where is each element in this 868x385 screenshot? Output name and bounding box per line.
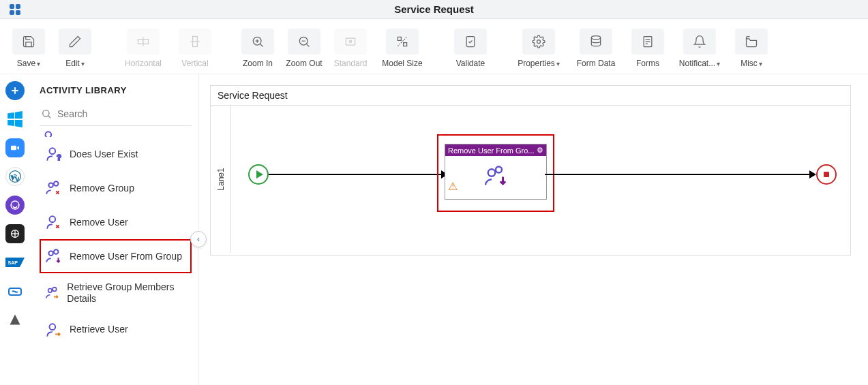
model-size-icon (386, 29, 419, 55)
save-button[interactable]: Save▾ (7, 25, 50, 68)
search-input[interactable] (57, 108, 190, 119)
svg-point-46 (50, 324, 56, 330)
vertical-label: Vertical (181, 59, 208, 68)
activity-item-remove-user[interactable]: Remove User (40, 205, 192, 239)
chevron-down-icon: ▾ (81, 60, 85, 67)
svg-point-44 (48, 288, 53, 292)
activity-label: Retrieve User (70, 324, 128, 335)
svg-point-37 (50, 148, 56, 154)
flow-connector (269, 174, 443, 175)
svg-rect-3 (16, 10, 20, 15)
start-node[interactable] (248, 164, 269, 185)
arrow-icon (809, 170, 816, 179)
app-logo-icon[interactable] (0, 4, 30, 15)
horizontal-icon (127, 29, 160, 55)
svg-line-35 (48, 116, 50, 118)
model-size-button[interactable]: Model Size (375, 25, 430, 68)
add-button[interactable] (5, 81, 25, 100)
misc-label: Misc (740, 59, 758, 68)
group-x-icon (45, 179, 63, 197)
horizontal-label: Horizontal (125, 59, 162, 68)
activity-label: Does User Exist (70, 149, 138, 160)
user-question-icon: ? (45, 145, 63, 163)
edit-button[interactable]: Edit▾ (53, 25, 97, 68)
support-icon[interactable] (5, 196, 25, 215)
zoom-out-icon (288, 29, 320, 55)
canvas-area: Service Request Lane1 Remove User From G… (199, 74, 868, 385)
svg-text:SAP: SAP (8, 260, 18, 265)
gear-icon[interactable]: ⚙ (537, 146, 543, 155)
svg-point-18 (537, 40, 541, 44)
svg-line-9 (260, 44, 263, 46)
svg-rect-15 (346, 38, 355, 45)
zoom-in-button[interactable]: Zoom In (236, 25, 280, 68)
activity-node[interactable]: Remove User From Gro... ⚙ ⚠ (445, 144, 547, 200)
activity-item-retrieve-user[interactable]: Retrieve User (40, 313, 192, 347)
group-arrow-icon (45, 284, 60, 302)
search-icon (41, 108, 52, 120)
database-icon (580, 29, 612, 55)
activity-node-header: Remove User From Gro... ⚙ (445, 144, 546, 156)
svg-point-45 (53, 287, 57, 291)
activity-list: ? Does User Exist Remove Group Remove Us… (40, 137, 192, 347)
form-data-button[interactable]: Form Data (569, 25, 623, 68)
activity-item-remove-user-from-group[interactable]: Remove User From Group (40, 239, 192, 273)
user-x-icon (45, 213, 63, 231)
activity-label: Retrieve Group Members Details (67, 281, 186, 305)
lane-label[interactable]: Lane1 (211, 106, 231, 253)
svg-line-13 (306, 44, 309, 46)
forms-button[interactable]: Forms (626, 25, 670, 68)
toolbar: Save▾ Edit▾ Horizontal Vertical Zoom In … (0, 19, 868, 74)
svg-rect-0 (10, 4, 14, 9)
standard-icon (334, 29, 367, 55)
partial-item-above (40, 130, 192, 137)
svg-point-39 (48, 183, 53, 187)
flow-icon[interactable] (5, 281, 25, 301)
folder-icon (735, 29, 768, 55)
forms-label: Forms (636, 59, 659, 68)
misc-button[interactable]: Misc▾ (730, 25, 773, 68)
activity-item-does-user-exist[interactable]: ? Does User Exist (40, 137, 192, 171)
save-label: Save (17, 59, 35, 68)
standard-label: Standard (334, 59, 368, 68)
svg-point-48 (496, 167, 502, 173)
grid-icon[interactable] (5, 224, 25, 243)
activity-item-retrieve-group-members[interactable]: Retrieve Group Members Details (40, 273, 192, 313)
search-box[interactable] (40, 105, 192, 126)
sap-icon[interactable]: SAP (5, 253, 25, 272)
zoom-app-icon[interactable] (5, 138, 25, 157)
vertical-icon (179, 29, 211, 55)
svg-point-16 (349, 40, 351, 42)
activity-node-body: ⚠ (445, 156, 546, 196)
chevron-down-icon: ▾ (717, 60, 720, 67)
activity-label: Remove User From Group (70, 251, 182, 262)
end-node[interactable] (816, 164, 837, 185)
activity-node-selection: Remove User From Gro... ⚙ ⚠ (437, 134, 554, 212)
model-size-label: Model Size (382, 59, 422, 68)
validate-label: Validate (456, 59, 485, 68)
activity-label: Remove Group (70, 183, 134, 194)
properties-button[interactable]: Properties▾ (511, 25, 566, 68)
edit-label: Edit (65, 59, 80, 68)
standard-button: Standard (329, 25, 372, 68)
pyramid-icon[interactable] (5, 310, 25, 329)
flow-connector (545, 174, 814, 175)
validate-button[interactable]: Validate (449, 25, 492, 68)
panel-title: ACTIVITY LIBRARY (40, 85, 192, 95)
zoom-out-button[interactable]: Zoom Out (282, 25, 326, 68)
svg-point-42 (48, 251, 53, 256)
bell-icon (683, 29, 716, 55)
zoom-in-icon (241, 29, 274, 55)
svg-text:?: ? (57, 153, 61, 161)
notifications-button[interactable]: Notificat...▾ (672, 25, 727, 68)
svg-point-34 (43, 110, 49, 117)
notifications-label: Notificat... (679, 59, 715, 68)
windows-icon[interactable] (5, 110, 25, 129)
zoom-in-label: Zoom In (243, 59, 273, 68)
activity-item-remove-group[interactable]: Remove Group (40, 171, 192, 205)
activity-library-panel: ACTIVITY LIBRARY ? Does User Exist Remov… (30, 74, 199, 385)
user-arrow-icon (45, 321, 63, 339)
wordpress-icon[interactable] (5, 167, 25, 186)
process-canvas[interactable]: Service Request Lane1 Remove User From G… (210, 85, 851, 256)
collapse-panel-button[interactable]: ‹ (190, 231, 207, 247)
